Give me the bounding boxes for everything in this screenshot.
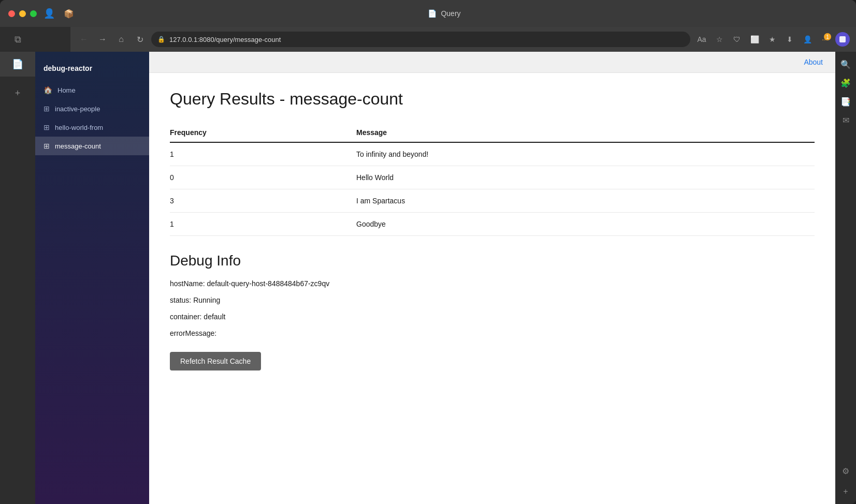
right-mail-icon[interactable]: ✉ — [837, 112, 854, 128]
extension-icon — [835, 32, 850, 47]
reload-button[interactable]: ↻ — [133, 32, 147, 47]
debug-section: Debug Info hostName: default-query-host-… — [170, 253, 815, 370]
address-bar[interactable]: 🔒 127.0.0.1:8080/query/message-count — [151, 32, 690, 47]
toolbar-actions: Aa ☆ 🛡 ⬜ ★ ⬇ 👤 ··· 1 — [694, 32, 850, 47]
table-row: 1Goodbye — [170, 213, 815, 236]
cell-message: To infinity and beyond! — [356, 142, 815, 166]
content-area: About Query Results - message-count Freq… — [149, 52, 835, 504]
profile-btn[interactable]: 👤 — [800, 32, 815, 47]
url-text: 127.0.0.1:8080/query/message-count — [169, 36, 281, 43]
sidebar-item-home-label: Home — [57, 86, 76, 94]
right-bookmark-icon[interactable]: 📑 — [837, 93, 854, 110]
cell-message: Hello World — [356, 166, 815, 189]
refetch-button[interactable]: Refetch Result Cache — [170, 352, 261, 370]
sidebar-nav: 🏠 Home ⊞ inactive-people ⊞ hello-world-f… — [35, 81, 149, 155]
split-view-btn[interactable]: ⬜ — [747, 32, 762, 47]
table-row: 3I am Spartacus — [170, 189, 815, 213]
lock-icon: 🔒 — [157, 36, 165, 43]
sidebar-item-message-count-label: message-count — [55, 142, 101, 150]
results-table: Frequency Message 1To infinity and beyon… — [170, 123, 815, 236]
tab-icon: 📄 — [428, 9, 437, 18]
debug-status: status: Running — [170, 296, 815, 304]
page-title: Query Results - message-count — [170, 90, 815, 109]
app-sidebar: debug-reactor 🏠 Home ⊞ inactive-people ⊞ — [35, 52, 149, 504]
about-link[interactable]: About — [804, 58, 823, 66]
home-button[interactable]: ⌂ — [114, 32, 128, 47]
table-row: 1To infinity and beyond! — [170, 142, 815, 166]
sidebar-item-message-count[interactable]: ⊞ message-count — [35, 137, 149, 155]
window-sidebar-copy[interactable]: ⧉ — [0, 27, 35, 52]
traffic-lights — [8, 10, 37, 17]
hello-world-icon: ⊞ — [43, 123, 50, 131]
close-button[interactable] — [8, 10, 15, 17]
col-frequency: Frequency — [170, 123, 356, 142]
sidebar-item-home[interactable]: 🏠 Home — [35, 81, 149, 99]
table-row: 0Hello World — [170, 166, 815, 189]
minimize-button[interactable] — [19, 10, 26, 17]
sidebar-item-inactive-people[interactable]: ⊞ inactive-people — [35, 99, 149, 118]
cell-frequency: 1 — [170, 213, 356, 236]
content-body: Query Results - message-count Frequency … — [149, 73, 835, 504]
window-sidebar-page[interactable]: 📄 — [0, 52, 35, 77]
inactive-people-icon: ⊞ — [43, 105, 50, 113]
more-btn[interactable]: ··· 1 — [818, 32, 832, 47]
debug-title: Debug Info — [170, 253, 815, 269]
browser-toolbar: ← → ⌂ ↻ 🔒 127.0.0.1:8080/query/message-c… — [70, 27, 856, 52]
home-icon: 🏠 — [43, 86, 52, 94]
browser-window: 👤 📦 📄 Query ⧉ 📄 + ← → ⌂ ↻ 🔒 127 — [0, 0, 856, 504]
app-title: debug-reactor — [35, 60, 149, 81]
main-layout: debug-reactor 🏠 Home ⊞ inactive-people ⊞ — [35, 52, 856, 504]
debug-info: hostName: default-query-host-8488484b67-… — [170, 279, 815, 337]
sidebar-item-hello-world-label: hello-world-from — [55, 124, 103, 131]
message-count-icon: ⊞ — [43, 142, 50, 150]
right-search-icon[interactable]: 🔍 — [837, 56, 854, 72]
cell-frequency: 0 — [170, 166, 356, 189]
reader-view-btn[interactable]: Aa — [694, 32, 709, 47]
col-message: Message — [356, 123, 815, 142]
debug-container: container: default — [170, 313, 815, 321]
right-add-icon[interactable]: + — [837, 483, 854, 500]
window-title: 📄 Query — [41, 9, 848, 18]
shield-btn[interactable]: 🛡 — [730, 32, 744, 47]
cell-frequency: 1 — [170, 142, 356, 166]
svg-rect-0 — [839, 36, 846, 42]
debug-hostname: hostName: default-query-host-8488484b67-… — [170, 279, 815, 288]
right-gear-icon[interactable]: ⚙ — [837, 463, 854, 479]
window-sidebar: ⧉ 📄 + — [0, 27, 35, 504]
content-header: About — [149, 52, 835, 73]
cell-frequency: 3 — [170, 189, 356, 213]
favorites-btn[interactable]: ★ — [765, 32, 779, 47]
sidebar-item-inactive-people-label: inactive-people — [55, 105, 100, 113]
maximize-button[interactable] — [30, 10, 37, 17]
titlebar: 👤 📦 📄 Query — [0, 0, 856, 27]
forward-button[interactable]: → — [95, 32, 110, 47]
bookmark-btn[interactable]: ☆ — [712, 32, 727, 47]
right-sidebar: 🔍 🧩 📑 ✉ ⚙ + — [835, 52, 856, 504]
cell-message: I am Spartacus — [356, 189, 815, 213]
debug-error: errorMessage: — [170, 329, 815, 337]
cell-message: Goodbye — [356, 213, 815, 236]
sidebar-item-hello-world-from[interactable]: ⊞ hello-world-from — [35, 118, 149, 137]
window-sidebar-add[interactable]: + — [0, 81, 35, 106]
right-extensions-icon[interactable]: 🧩 — [837, 75, 854, 91]
download-btn[interactable]: ⬇ — [782, 32, 797, 47]
back-button[interactable]: ← — [77, 32, 91, 47]
